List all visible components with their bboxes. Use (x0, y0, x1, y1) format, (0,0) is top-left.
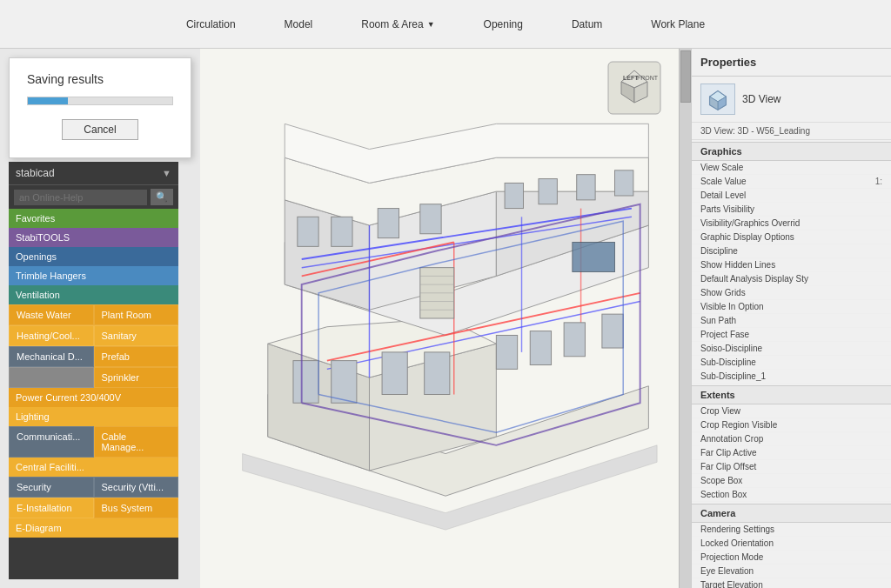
stabicad-dropdown-icon[interactable]: ▼ (162, 168, 171, 178)
menu-power-current[interactable]: Power Current 230/400V (9, 388, 178, 407)
svg-rect-28 (602, 314, 623, 348)
menu-stabitools[interactable]: StabiTOOLS (9, 228, 178, 247)
stabicad-panel[interactable]: stabicad ▼ 🔍 Favorites StabiTOOLS Openin… (9, 162, 178, 579)
prop-eye-elevation: Eye Elevation (692, 565, 891, 578)
svg-rect-27 (564, 323, 585, 357)
stabicad-search-button[interactable]: 🔍 (151, 189, 173, 205)
scroll-thumb[interactable] (680, 50, 691, 103)
prop-parts-visibility: Parts Visibility (692, 203, 891, 217)
menu-waste-water[interactable]: Waste Water (9, 304, 94, 325)
menu-mechanical-d[interactable]: Mechanical D... (9, 346, 94, 367)
cancel-button[interactable]: Cancel (62, 119, 137, 140)
rendering-label: Rendering Settings (700, 525, 882, 534)
prop-visible-option: Visible In Option (692, 300, 891, 314)
menu-prefab[interactable]: Prefab (94, 346, 179, 367)
room-area-label: Room & Area (361, 18, 423, 30)
menu-heating-cool[interactable]: Heating/Cool... (9, 325, 94, 346)
properties-header: Properties (692, 49, 891, 77)
prop-far-clip-active: Far Clip Active (692, 446, 891, 460)
toolbar-circulation[interactable]: Circulation (179, 15, 243, 34)
toolbar-model[interactable]: Model (278, 15, 320, 34)
prop-annotation-crop: Annotation Crop (692, 432, 891, 446)
toolbar-room-area[interactable]: Room & Area ▼ (354, 15, 441, 34)
section-camera: Camera (692, 504, 891, 523)
svg-rect-35 (577, 175, 595, 200)
projection-mode-label: Projection Mode (700, 552, 882, 562)
toolbar-opening[interactable]: Opening (477, 15, 530, 34)
svg-rect-25 (496, 335, 517, 369)
menu-bus-system[interactable]: Bus System (94, 498, 179, 518)
annotation-crop-label: Annotation Crop (700, 434, 882, 444)
prop-locked-orientation: Locked Orientation (692, 537, 891, 551)
model-label: Model (285, 18, 313, 30)
extents-header-label: Extents (700, 390, 735, 400)
menu-communications[interactable]: Communicati... (9, 426, 94, 458)
sub-discipline-1-label: Sub-Discipline_1 (700, 371, 882, 381)
menu-lighting[interactable]: Lighting (9, 407, 178, 426)
menu-favorites[interactable]: Favorites (9, 209, 178, 228)
building-3d-view (200, 49, 691, 588)
toolbar-workplane[interactable]: Work Plane (644, 15, 712, 34)
graphics-header-label: Graphics (700, 146, 742, 157)
show-grids-label: Show Grids (700, 288, 882, 297)
prop-rendering: Rendering Settings (692, 523, 891, 537)
svg-rect-32 (420, 204, 441, 234)
far-clip-active-label: Far Clip Active (700, 448, 882, 458)
right-panel: Properties 3D View 3D View: 3D - W56_Lea… (691, 49, 891, 588)
view-type-icon (700, 84, 735, 115)
svg-rect-23 (382, 352, 407, 395)
locked-orientation-label: Locked Orientation (700, 538, 882, 548)
svg-rect-34 (539, 179, 557, 204)
menu-plant-room[interactable]: Plant Room (94, 304, 179, 325)
prop-visibility-graphics: Visibility/Graphics Overrid (692, 217, 891, 231)
prop-sub-discipline: Sub-Discipline (692, 356, 891, 370)
prop-soiso-discipline: Soiso-Discipline (692, 342, 891, 356)
menu-sprinkler[interactable]: Sprinkler (94, 367, 179, 388)
svg-rect-30 (332, 217, 352, 246)
parts-visibility-label: Parts Visibility (700, 204, 882, 214)
prop-show-hidden: Show Hidden Lines (692, 258, 891, 272)
menu-security-vtti[interactable]: Security (Vtti... (94, 477, 179, 498)
menu-cable-management[interactable]: Cable Manage... (94, 426, 179, 458)
svg-rect-29 (298, 217, 318, 246)
menu-grid-security: Security Security (Vtti... (9, 477, 178, 498)
prop-detail-level: Detail Level (692, 189, 891, 203)
eye-elevation-label: Eye Elevation (700, 566, 882, 576)
menu-e-diagram[interactable]: E-Diagram (9, 518, 178, 538)
menu-e-installation[interactable]: E-Installation (9, 498, 94, 518)
circulation-label: Circulation (186, 18, 236, 30)
svg-rect-21 (293, 361, 318, 404)
menu-security[interactable]: Security (9, 477, 94, 498)
menu-grid-wastewater: Waste Water Plant Room (9, 304, 178, 325)
menu-openings[interactable]: Openings (9, 247, 178, 266)
view-type-label: 3D View (742, 93, 780, 105)
visibility-graphics-label: Visibility/Graphics Overrid (700, 218, 882, 228)
compass: LEFT FRONT (604, 57, 665, 118)
view-breadcrumb: 3D View: 3D - W56_Leading (692, 123, 891, 140)
room-area-arrow-icon: ▼ (427, 20, 435, 29)
menu-sanitary[interactable]: Sanitary (94, 325, 179, 346)
menu-central-facilities[interactable]: Central Faciliti... (9, 458, 178, 477)
discipline-label: Discipline (700, 246, 882, 256)
menu-grid-heating: Heating/Cool... Sanitary (9, 325, 178, 346)
progress-bar-background (27, 97, 173, 105)
sub-discipline-label: Sub-Discipline (700, 357, 882, 367)
crop-region-visible-label: Crop Region Visible (700, 420, 882, 430)
menu-ventilation[interactable]: Ventilation (9, 285, 178, 304)
stabicad-header: stabicad ▼ (9, 162, 178, 185)
view-area[interactable]: LEFT FRONT (200, 49, 691, 588)
scale-value-label: Scale Value (700, 177, 875, 186)
prop-crop-view: Crop View (692, 404, 891, 418)
prop-project-fase: Project Fase (692, 328, 891, 342)
view-scrollbar[interactable] (679, 49, 691, 588)
workplane-label: Work Plane (651, 18, 705, 30)
scale-value: 1: (875, 177, 882, 186)
analysis-display-label: Default Analysis Display Sty (700, 274, 882, 284)
menu-trimble-hangers[interactable]: Trimble Hangers (9, 266, 178, 285)
stabicad-search-input[interactable] (14, 190, 147, 205)
scope-box-label: Scope Box (700, 476, 882, 485)
toolbar-datum[interactable]: Datum (565, 15, 609, 34)
svg-rect-22 (332, 361, 357, 404)
svg-text:FRONT: FRONT (637, 75, 659, 81)
prop-scale-value: Scale Value1: (692, 175, 891, 189)
